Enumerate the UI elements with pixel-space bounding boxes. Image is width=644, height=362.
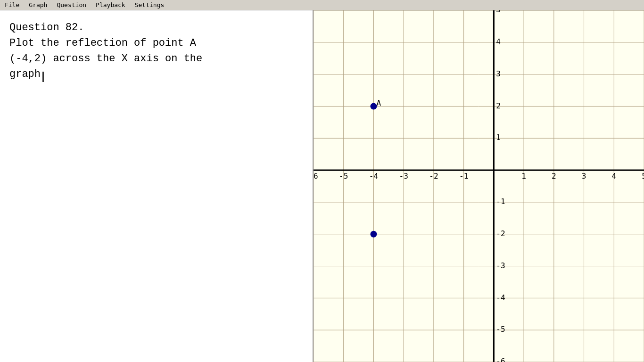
question-line3: graph xyxy=(9,68,41,80)
menu-settings[interactable]: Settings xyxy=(132,0,167,9)
main-layout: Question 82. Plot the reflection of poin… xyxy=(0,10,644,362)
menu-graph[interactable]: Graph xyxy=(26,0,50,9)
coordinate-graph[interactable] xyxy=(314,10,644,362)
menu-playback[interactable]: Playback xyxy=(93,0,128,9)
question-line1: Plot the reflection of point A xyxy=(9,35,303,51)
question-line2: (-4,2) across the X axis on the xyxy=(9,51,303,66)
question-panel: Question 82. Plot the reflection of poin… xyxy=(0,10,314,362)
menubar: File Graph Question Playback Settings xyxy=(0,0,644,10)
question-number: Question 82. xyxy=(9,20,303,35)
menu-question[interactable]: Question xyxy=(54,0,89,9)
graph-panel[interactable] xyxy=(314,10,644,362)
menu-file[interactable]: File xyxy=(2,0,22,9)
